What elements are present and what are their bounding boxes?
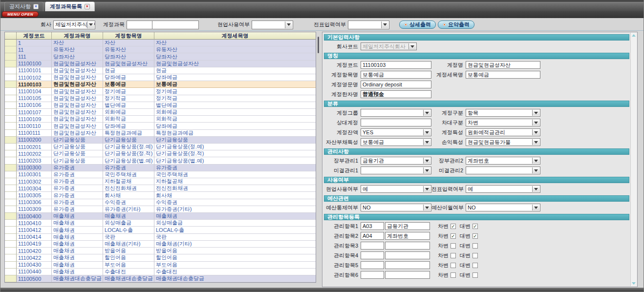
select-손익특성[interactable]: 현금및현금등가물 bbox=[466, 138, 540, 146]
mgmt-code-input[interactable]: A04 bbox=[361, 232, 384, 240]
select-계정그룹[interactable] bbox=[361, 109, 431, 117]
table-row[interactable]: 11100301유가증권국민주택채권국민주택채권 bbox=[5, 171, 316, 178]
debit-checkbox[interactable] bbox=[451, 263, 456, 268]
column-header-name[interactable]: 계정과목명 bbox=[52, 32, 103, 40]
row-selector-cell[interactable] bbox=[5, 269, 17, 275]
row-selector-cell[interactable] bbox=[5, 262, 17, 269]
input-계정코드[interactable]: 11100103 bbox=[361, 61, 431, 69]
row-selector-cell[interactable] bbox=[5, 213, 17, 220]
table-row[interactable]: 11100309유가증권유가증권(기타)유가증권(기타) bbox=[5, 206, 316, 213]
table-row[interactable]: 11100109현금및현금성자산외화적금외화적금 bbox=[5, 116, 316, 123]
credit-checkbox[interactable] bbox=[472, 263, 478, 268]
row-selector-cell[interactable] bbox=[5, 67, 17, 74]
table-row[interactable]: 11100306유가증권수익증권수익증권 bbox=[5, 199, 316, 206]
mgmt-code-input[interactable] bbox=[361, 242, 384, 250]
menu-open-button[interactable]: MENU OPEN bbox=[2, 11, 39, 17]
table-row[interactable]: 11100422매출채권할인어음할인어음 bbox=[5, 254, 316, 261]
debit-checkbox[interactable]: ✓ bbox=[451, 224, 456, 229]
table-row[interactable]: 11100420매출채권받을어음받을어음 bbox=[5, 248, 316, 254]
select-계정구분[interactable]: 항목 bbox=[466, 109, 540, 117]
row-selector-cell[interactable] bbox=[5, 234, 17, 241]
field-use-select[interactable] bbox=[252, 21, 293, 29]
row-selector-cell[interactable] bbox=[5, 61, 17, 67]
mgmt-name-input[interactable] bbox=[385, 251, 430, 259]
table-row[interactable]: 11100305유가증권회사채회사채 bbox=[5, 192, 316, 199]
debit-checkbox[interactable] bbox=[451, 243, 456, 249]
debit-checkbox[interactable] bbox=[451, 253, 456, 258]
row-selector-cell[interactable] bbox=[5, 241, 17, 248]
table-row[interactable]: 11100107현금및현금성자산외화예금외화예금 bbox=[5, 109, 316, 116]
credit-checkbox[interactable] bbox=[472, 253, 478, 258]
table-row[interactable]: 11100202단기금융상품단기금융상품(정.적)단기금융상품(정.적) bbox=[5, 150, 316, 157]
tab-notice[interactable]: 공지사항 × bbox=[4, 1, 43, 11]
credit-checkbox[interactable]: ✓ bbox=[472, 224, 478, 229]
row-selector-cell[interactable] bbox=[5, 192, 17, 199]
input-계정항목명[interactable]: 보통예금 bbox=[361, 71, 431, 79]
row-selector-cell[interactable] bbox=[5, 206, 17, 213]
input-계정세목명[interactable]: 보통예금 bbox=[466, 71, 540, 79]
row-selector-cell[interactable] bbox=[5, 165, 17, 171]
table-row[interactable]: 11100111현금및현금성자산특정현금과예금특정현금과예금 bbox=[5, 130, 316, 137]
mgmt-name-input[interactable]: 금융기관 bbox=[385, 222, 430, 230]
mgmt-name-input[interactable] bbox=[385, 271, 430, 279]
select-계정특성[interactable]: 원화예적금관리 bbox=[466, 128, 540, 136]
select-계정잔액[interactable]: YES bbox=[361, 128, 431, 136]
select-예산이월여부[interactable]: NO bbox=[466, 204, 540, 211]
mgmt-name-input[interactable] bbox=[385, 261, 430, 269]
credit-checkbox[interactable] bbox=[472, 272, 478, 278]
table-row[interactable]: 1자산자산자산 bbox=[5, 40, 316, 46]
row-selector-cell[interactable] bbox=[5, 199, 17, 206]
select-전표입력여부[interactable]: 예 bbox=[466, 185, 540, 193]
tab-close-icon[interactable]: × bbox=[85, 4, 90, 9]
select-회사코드[interactable]: 제일저지주식회사 bbox=[361, 42, 417, 50]
mgmt-name-input[interactable]: 계좌번호 bbox=[385, 232, 430, 240]
select-현업사용여부[interactable]: 예 bbox=[361, 185, 431, 193]
row-selector-cell[interactable] bbox=[5, 116, 17, 123]
select-미결관리2[interactable] bbox=[466, 167, 540, 174]
input-계정명[interactable]: 현금및현금성자산 bbox=[466, 61, 540, 69]
table-row[interactable]: 11100304유가증권전신전화채권전신전화채권 bbox=[5, 185, 316, 192]
debit-checkbox[interactable]: ✓ bbox=[451, 233, 456, 239]
table-row[interactable]: 11100302유가증권지하철공채지하철공채 bbox=[5, 178, 316, 185]
table-row[interactable]: 11100410매출채권외상매출금외상매출금 bbox=[5, 220, 316, 227]
table-row[interactable]: 11100101현금및현금성자산현금현금 bbox=[5, 67, 316, 74]
tab-close-icon[interactable]: × bbox=[33, 4, 39, 9]
table-row[interactable]: 11100412매출채권LOCAL수출LOCAL수출 bbox=[5, 227, 316, 233]
row-selector-cell[interactable] bbox=[5, 171, 17, 178]
row-selector-cell[interactable] bbox=[5, 53, 17, 60]
debit-checkbox[interactable] bbox=[451, 272, 456, 278]
row-selector-cell[interactable] bbox=[5, 40, 17, 46]
mgmt-code-input[interactable] bbox=[361, 271, 384, 279]
detail-print-button[interactable]: 상세출력 bbox=[399, 21, 436, 29]
table-row[interactable]: 11100419매출채권매출채권(기타)매출채권(기타) bbox=[5, 241, 316, 248]
select-자산부채특성[interactable]: 보통예금 bbox=[361, 138, 431, 146]
row-selector-cell[interactable] bbox=[5, 130, 17, 137]
row-selector-cell[interactable] bbox=[5, 248, 17, 254]
select-장부관리1[interactable]: 금융기관 bbox=[361, 157, 431, 165]
select-미결관리1[interactable] bbox=[361, 167, 431, 174]
input-계정영문명[interactable]: Ordinary deposit bbox=[361, 81, 431, 88]
row-selector-cell[interactable] bbox=[5, 46, 17, 53]
row-selector-cell[interactable] bbox=[5, 144, 17, 150]
row-selector-cell[interactable] bbox=[5, 178, 17, 185]
mgmt-code-input[interactable]: A03 bbox=[361, 222, 384, 230]
credit-checkbox[interactable] bbox=[472, 243, 478, 249]
table-row[interactable]: 11100103현금및현금성자산보통예금보통예금 bbox=[5, 81, 316, 88]
account-code-input[interactable] bbox=[127, 21, 152, 29]
row-selector-cell[interactable] bbox=[5, 227, 17, 233]
row-selector-cell[interactable] bbox=[5, 185, 17, 192]
row-selector-cell[interactable] bbox=[5, 102, 17, 109]
slip-entry-select[interactable] bbox=[348, 21, 389, 29]
select-예산통제여부[interactable]: NO bbox=[361, 204, 431, 211]
table-row[interactable]: 11100106현금및현금성자산별단예금별단예금 bbox=[5, 102, 316, 109]
column-header-code[interactable]: 계정코드 bbox=[17, 32, 52, 40]
table-row[interactable]: 11100100현금및현금성자산현금및현금성자산현금및현금성자산 bbox=[5, 61, 316, 67]
table-row[interactable]: 11100104현금및현금성자산정기예금정기예금 bbox=[5, 88, 316, 95]
row-selector-cell[interactable] bbox=[5, 88, 17, 95]
mgmt-name-input[interactable] bbox=[385, 242, 430, 250]
table-row[interactable]: 11100440매출채권수출대전수출대전 bbox=[5, 269, 316, 275]
input-상대계정[interactable] bbox=[361, 119, 431, 126]
company-select[interactable]: 제일저지주식회사 bbox=[53, 21, 95, 29]
mgmt-code-input[interactable] bbox=[361, 261, 384, 269]
row-selector-cell[interactable] bbox=[5, 275, 17, 282]
